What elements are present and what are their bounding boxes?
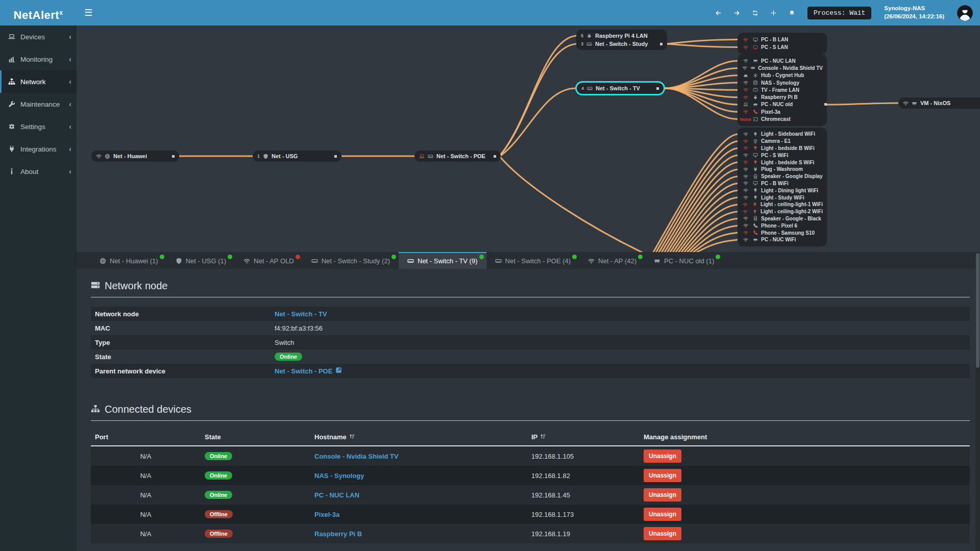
hostname-link[interactable]: Raspberry Pi B [314, 530, 362, 538]
map-device-row[interactable]: Light - ceiling-light-1 WiFi [742, 201, 823, 208]
tab-net-ap-42-[interactable]: Net - AP (42) [579, 252, 645, 269]
map-device-row[interactable]: Light - Study WiFi [742, 194, 823, 201]
device-lead [742, 58, 749, 63]
map-device-row[interactable]: Hub - Cygnet Hub [742, 72, 823, 79]
collapse-handle[interactable] [172, 155, 175, 158]
map-group-ap-leaves: Light - Sideboard WiFiCamera - E1Light -… [738, 128, 827, 246]
hostname-link[interactable]: Console - Nvidia Shield TV [314, 453, 399, 460]
tab-label: Net - Switch - POE (4) [505, 257, 571, 265]
sidebar-item-integrations[interactable]: Integrations‹ [0, 138, 77, 160]
move-nav-button[interactable] [771, 10, 776, 16]
unassign-button[interactable]: Unassign [644, 488, 681, 502]
info-value-link[interactable]: Net - Switch - TV [275, 310, 327, 318]
hostname-cell: PC - NUC LAN [310, 491, 527, 499]
globe-icon [105, 154, 110, 159]
unassign-button[interactable]: Unassign [644, 469, 681, 482]
hostname-link[interactable]: PC - NUC LAN [314, 491, 359, 499]
column-label: Manage assignment [644, 433, 707, 441]
tab-net-huawei-1-[interactable]: Net - Huawei (1) [91, 252, 167, 269]
info-value-link[interactable]: Net - Switch - POE [275, 367, 332, 375]
manage-cell: Unassign [640, 508, 970, 521]
tab-net-switch-poe-4-[interactable]: Net - Switch - POE (4) [486, 252, 580, 269]
collapse-handle[interactable] [494, 155, 496, 158]
sidebar-toggle-button[interactable]: ☰ [77, 0, 100, 26]
node-label: Net - Switch - POE [436, 153, 485, 159]
forward-nav-button[interactable] [734, 10, 740, 16]
map-device-row[interactable]: Pixel-3a [742, 108, 823, 115]
map-device-row[interactable]: NoneChromecast [742, 115, 823, 122]
map-device-row[interactable]: PC - NUC LAN [742, 57, 823, 64]
map-device-row[interactable]: Raspberry Pi B [742, 93, 823, 101]
tab-net-ap-old[interactable]: Net - AP OLD [235, 252, 303, 269]
map-device-row[interactable]: Speaker - Google Display [742, 173, 823, 180]
sort-icon[interactable] [349, 433, 355, 441]
tab-net-switch-tv-9-[interactable]: Net - Switch - TV (9) [399, 252, 486, 269]
collapse-handle[interactable] [334, 155, 337, 158]
collapse-handle[interactable] [656, 87, 659, 90]
cast-icon [753, 117, 758, 122]
map-device-row[interactable]: PC - B LAN [742, 36, 823, 43]
phone-icon [753, 109, 758, 114]
map-node-net-huawei[interactable]: Net - Huawei [91, 151, 179, 162]
sidebar-item-settings[interactable]: Settings‹ [0, 115, 77, 138]
map-device-row[interactable]: PC - NUC WiFi [742, 236, 823, 243]
scrollbar-thumb[interactable] [976, 253, 979, 368]
map-device-row[interactable]: Speaker - Google - Black [742, 215, 823, 222]
map-device-row[interactable]: PC - S LAN [742, 43, 823, 51]
column-header-hostname[interactable]: Hostname [310, 433, 527, 441]
wifi-icon [743, 95, 748, 100]
app-logo[interactable]: NetAlertx [0, 0, 77, 26]
sidebar-item-devices[interactable]: Devices‹ [0, 26, 77, 48]
notifications-nav-button[interactable] [789, 10, 795, 16]
unassign-button[interactable]: Unassign [644, 508, 681, 521]
hostname-link[interactable]: NAS - Synology [314, 472, 364, 480]
map-device-row[interactable]: Phone - Samsung S10 [742, 229, 823, 236]
sidebar-item-monitoring[interactable]: Monitoring‹ [0, 48, 77, 70]
unassign-button[interactable]: Unassign [644, 527, 681, 540]
sidebar-item-maintenance[interactable]: Maintenance‹ [0, 93, 77, 115]
collapse-handle[interactable] [660, 43, 663, 45]
refresh-nav-button[interactable] [752, 10, 758, 16]
tab-net-usg-1-[interactable]: Net - USG (1) [167, 252, 235, 269]
map-device-row[interactable]: Phone - Pixel 6 [742, 222, 823, 229]
state-cell: Offline [201, 530, 310, 538]
map-device-row[interactable]: TV - Frame LAN [742, 86, 823, 93]
map-node-raspberry-pi-4-lan[interactable]: 5Raspberry Pi 4 LAN [581, 32, 663, 40]
map-node-vm-nixos[interactable]: VM - NixOS [898, 97, 980, 109]
map-device-row[interactable]: PC - S WiFi [742, 152, 823, 159]
map-device-row[interactable]: Light - bedside B WiFi [742, 145, 823, 152]
map-device-row[interactable]: NAS - Synology [742, 79, 823, 86]
hostname-link[interactable]: Pixel-3a [314, 511, 339, 518]
sidebar-item-network[interactable]: Network‹ [0, 70, 77, 93]
map-device-row[interactable]: PC - B WiFi [742, 180, 823, 187]
map-device-row[interactable]: Light - Dining light WiFi [742, 187, 823, 194]
page-scrollbar[interactable] [975, 252, 980, 551]
external-link-icon[interactable] [335, 367, 342, 375]
sort-icon[interactable] [540, 433, 546, 441]
map-node-net-switch-study[interactable]: 3Net - Switch - Study [581, 40, 663, 48]
map-device-row[interactable]: Light - bedside S WiFi [742, 159, 823, 166]
map-node-net-switch-poe[interactable]: Net - Switch - POE [414, 151, 501, 162]
back-nav-button[interactable] [716, 10, 721, 16]
bulb-icon [752, 202, 757, 207]
divider [91, 420, 970, 421]
map-device-row[interactable]: Light - Sideboard WiFi [742, 131, 823, 138]
map-device-row[interactable]: PC - NUC old [742, 101, 823, 108]
node-label: Raspberry Pi 4 LAN [595, 33, 648, 39]
device-lead [742, 102, 749, 107]
user-avatar[interactable] [957, 5, 973, 21]
tab-pc-nuc-old-1-[interactable]: PC - NUC old (1) [645, 252, 723, 269]
sidebar-item-about[interactable]: About‹ [0, 160, 77, 183]
column-header-ip[interactable]: IP [527, 433, 640, 441]
map-device-row[interactable]: Light - ceiling-light-2 WiFi [742, 208, 823, 215]
map-node-net-switch-tv[interactable]: 4Net - Switch - TV [575, 81, 665, 95]
map-device-row[interactable]: Camera - E1 [742, 138, 823, 145]
map-device-row[interactable]: Plug - Washroom [742, 166, 823, 173]
tab-net-switch-study-2-[interactable]: Net - Switch - Study (2) [303, 252, 399, 269]
unassign-button[interactable]: Unassign [644, 449, 681, 463]
bulb-icon [753, 188, 758, 193]
map-node-net-usg[interactable]: 1Net - USG [253, 151, 341, 162]
collapse-handle[interactable] [824, 103, 827, 106]
map-device-row[interactable]: Console - Nvidia Shield TV [742, 64, 823, 71]
switch-icon [428, 154, 433, 159]
